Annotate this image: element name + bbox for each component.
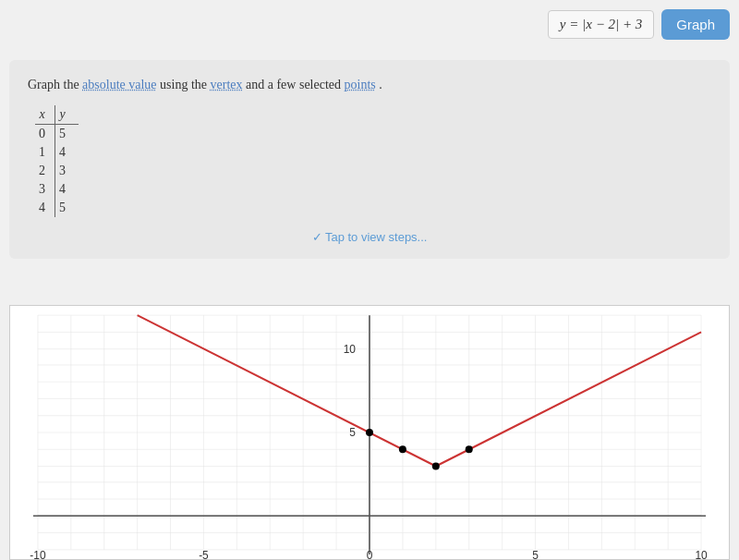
table-cell-x: 3 (35, 180, 55, 199)
graph-line (138, 315, 701, 466)
table-cell-y: 5 (55, 199, 79, 217)
svg-text:-10: -10 (30, 549, 46, 559)
svg-text:0: 0 (367, 549, 373, 559)
instructions-panel: Graph the absolute value using the verte… (9, 60, 730, 259)
svg-text:5: 5 (532, 549, 539, 559)
svg-text:10: 10 (695, 549, 708, 559)
table-cell-x: 0 (35, 125, 55, 144)
table-row: 45 (35, 199, 79, 217)
table-row: 05 (35, 125, 79, 144)
point-0-5 (366, 429, 373, 436)
tap-steps-button[interactable]: Tap to view steps... (28, 225, 711, 250)
table-cell-y: 5 (55, 125, 79, 144)
table-row: 14 (35, 143, 79, 162)
table-cell-x: 2 (35, 162, 55, 180)
point-2-3 (432, 462, 440, 469)
instruction-absolute-value: absolute value (82, 78, 156, 91)
graph-button[interactable]: Graph (661, 9, 730, 40)
svg-text:5: 5 (349, 426, 356, 439)
table-header-y: y (55, 105, 79, 125)
table-header-x: x (35, 105, 55, 125)
instructions-text: Graph the absolute value using the verte… (28, 75, 711, 94)
table-row: 34 (35, 180, 79, 199)
table-row: 23 (35, 162, 79, 180)
point-3-4 (466, 445, 473, 453)
table-cell-x: 1 (35, 143, 55, 162)
formula-display: y = |x − 2| + 3 (548, 10, 654, 39)
graph-area: -10 -5 0 5 10 10 5 (9, 305, 730, 560)
table-cell-y: 4 (55, 180, 79, 199)
svg-text:-5: -5 (199, 549, 209, 559)
svg-text:10: 10 (344, 343, 357, 356)
xy-table: x y 0514233445 (35, 105, 79, 217)
table-cell-y: 3 (55, 162, 79, 180)
table-cell-x: 4 (35, 199, 55, 217)
graph-svg: -10 -5 0 5 10 10 5 (10, 306, 729, 559)
formula-bar: y = |x − 2| + 3 Graph (548, 9, 730, 40)
instruction-vertex: vertex (211, 78, 243, 91)
table-cell-y: 4 (55, 143, 79, 162)
point-1-4 (399, 445, 406, 453)
instruction-graph-word: Graph (28, 78, 60, 91)
instruction-points: points (345, 78, 376, 91)
